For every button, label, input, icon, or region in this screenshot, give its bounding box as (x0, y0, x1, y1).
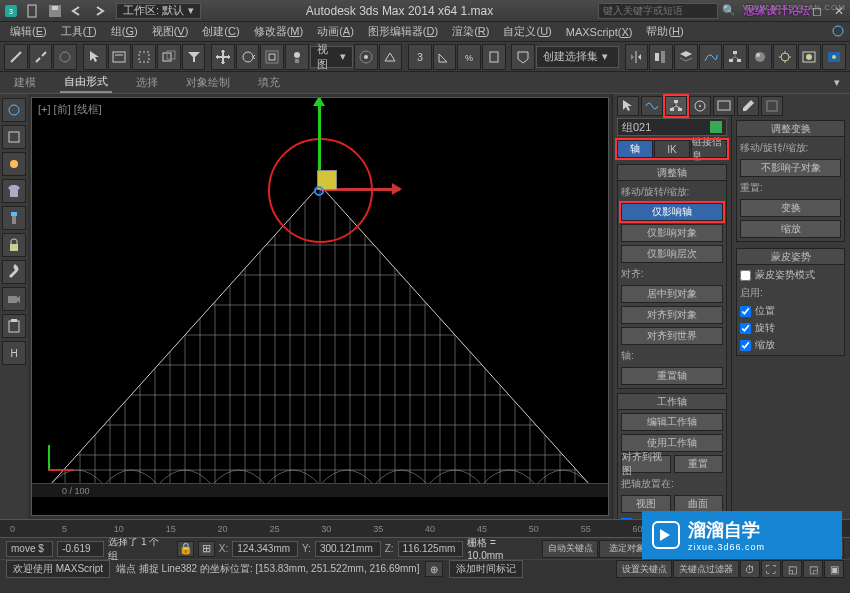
move-icon[interactable] (211, 44, 235, 70)
layers-icon[interactable] (674, 44, 698, 70)
no-affect-children-button[interactable]: 不影响子对象 (740, 159, 841, 177)
rollout-header[interactable]: 蒙皮姿势 (737, 249, 844, 265)
affect-hierarchy-button[interactable]: 仅影响层次 (621, 245, 723, 263)
menu-graph[interactable]: 图形编辑器(D) (362, 22, 444, 41)
select-filter-icon[interactable] (182, 44, 206, 70)
menu-tools[interactable]: 工具(T) (55, 22, 103, 41)
autokey-button[interactable]: 自动关键点 (542, 540, 598, 558)
rollout-header[interactable]: 调整变换 (737, 121, 844, 137)
select-name-icon[interactable] (108, 44, 132, 70)
scale-checkbox[interactable] (740, 340, 751, 351)
shirt-icon[interactable] (2, 179, 26, 203)
select-link-icon[interactable] (4, 44, 28, 70)
y-field[interactable]: 300.121mm (315, 541, 381, 557)
align-icon[interactable] (649, 44, 673, 70)
toggle-icon[interactable]: ⊕ (425, 561, 443, 577)
render-frame-icon[interactable] (798, 44, 822, 70)
align-world-button[interactable]: 对齐到世界 (621, 327, 723, 345)
search-input[interactable] (603, 5, 713, 16)
rotate-icon[interactable] (236, 44, 260, 70)
lock-icon[interactable] (2, 233, 26, 257)
create-tab-icon[interactable] (617, 96, 639, 116)
pivot-subtab[interactable]: 轴 (617, 140, 653, 158)
max-viewport-icon[interactable]: ▣ (824, 560, 844, 578)
manipulate-icon[interactable] (379, 44, 403, 70)
menu-customize[interactable]: 自定义(U) (497, 22, 557, 41)
place-icon[interactable] (285, 44, 309, 70)
search-icon[interactable]: 🔍 (719, 2, 739, 20)
ribbon-tab-selection[interactable]: 选择 (132, 73, 162, 92)
workspace-dropdown[interactable]: 工作区: 默认▾ (116, 3, 201, 19)
viewport[interactable]: [+] [前] [线框] 0 / 100 (31, 97, 609, 516)
wrench-icon[interactable] (2, 260, 26, 284)
isolate-icon[interactable] (2, 152, 26, 176)
angle-snap-icon[interactable] (433, 44, 457, 70)
menu-help[interactable]: 帮助(H) (640, 22, 689, 41)
reset-wp-button[interactable]: 重置 (674, 455, 724, 473)
affect-object-button[interactable]: 仅影响对象 (621, 224, 723, 242)
lock-selection-icon[interactable]: 🔒 (177, 541, 194, 557)
align-view-checkbox[interactable] (621, 518, 632, 520)
time-config-icon[interactable]: ⏱ (740, 560, 760, 578)
viewport-label[interactable]: [+] [前] [线框] (38, 102, 102, 117)
move-value[interactable]: -0.619 (57, 541, 104, 557)
select-region-icon[interactable] (132, 44, 156, 70)
rollout-header[interactable]: 工作轴 (618, 394, 726, 410)
menu-maxscript[interactable]: MAXScript(X) (560, 24, 639, 40)
center-object-button[interactable]: 居中到对象 (621, 285, 723, 303)
zoom-ext-icon[interactable]: ◱ (782, 560, 802, 578)
flashlight-icon[interactable] (2, 206, 26, 230)
zoom-all-icon[interactable]: ◲ (803, 560, 823, 578)
menu-create[interactable]: 创建(C) (196, 22, 245, 41)
z-field[interactable]: 116.125mm (398, 541, 464, 557)
help-search[interactable] (598, 3, 718, 19)
align-view-button[interactable]: 对齐到视图 (621, 455, 671, 473)
tool-a-icon[interactable]: H (2, 341, 26, 365)
render-setup-icon[interactable] (773, 44, 797, 70)
hierarchy-tab-icon[interactable] (665, 96, 687, 116)
curve-editor-icon[interactable] (699, 44, 723, 70)
link-subtab[interactable]: 链接信息 (691, 140, 727, 158)
undo-icon[interactable] (67, 2, 87, 20)
snap-toggle-icon[interactable]: 3 (408, 44, 432, 70)
named-sel-icon[interactable] (511, 44, 535, 70)
object-name-field[interactable]: 组021 (617, 118, 727, 136)
menu-animation[interactable]: 动画(A) (311, 22, 360, 41)
ik-subtab[interactable]: IK (654, 140, 690, 158)
schematic-icon[interactable] (723, 44, 747, 70)
pivot-center-icon[interactable] (354, 44, 378, 70)
reset-transform-button[interactable]: 变换 (740, 199, 841, 217)
abs-rel-icon[interactable]: ⊞ (198, 541, 215, 557)
scale-icon[interactable] (260, 44, 284, 70)
window-crossing-icon[interactable] (157, 44, 181, 70)
pos-checkbox[interactable] (740, 306, 751, 317)
select-object-icon[interactable] (83, 44, 107, 70)
camera-icon[interactable] (2, 287, 26, 311)
percent-snap-icon[interactable]: % (457, 44, 481, 70)
ribbon-expand-icon[interactable]: ▾ (834, 76, 840, 89)
reset-scale-button[interactable]: 缩放 (740, 220, 841, 238)
utilities-tab-icon[interactable] (737, 96, 759, 116)
new-icon[interactable] (23, 2, 43, 20)
ribbon-tab-populate[interactable]: 填充 (254, 73, 284, 92)
display-tab-icon[interactable] (713, 96, 735, 116)
scene-explorer-icon[interactable] (2, 125, 26, 149)
min-max-icon[interactable]: ⛶ (761, 560, 781, 578)
keyfilter-button[interactable]: 关键点过滤器 (673, 560, 739, 578)
skin-mode-checkbox[interactable] (740, 270, 751, 281)
y-axis-arrow[interactable] (318, 98, 321, 178)
add-time-tag[interactable]: 添加时间标记 (449, 560, 523, 578)
modify-tab-icon[interactable] (641, 96, 663, 116)
menu-render[interactable]: 渲染(R) (446, 22, 495, 41)
app-menu-icon[interactable]: 3 (1, 2, 21, 20)
ribbon-tab-freeform[interactable]: 自由形式 (60, 72, 112, 93)
reset-pivot-button[interactable]: 重置轴 (621, 367, 723, 385)
setkey-button[interactable]: 设置关键点 (616, 560, 672, 578)
render-icon[interactable] (822, 44, 846, 70)
rot-checkbox[interactable] (740, 323, 751, 334)
mirror-icon[interactable] (625, 44, 649, 70)
xview-icon[interactable] (2, 98, 26, 122)
menu-edit[interactable]: 编辑(E) (4, 22, 53, 41)
color-swatch[interactable] (710, 121, 722, 133)
menu-views[interactable]: 视图(V) (146, 22, 195, 41)
